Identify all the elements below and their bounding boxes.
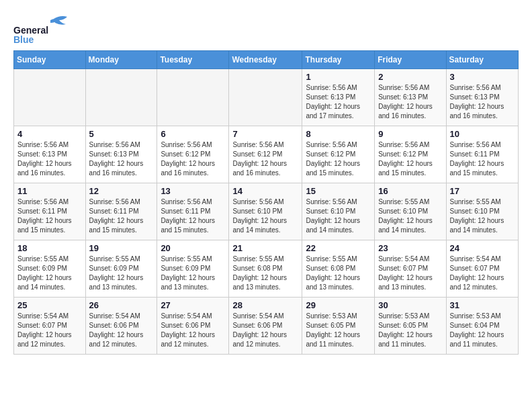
day-number: 23 xyxy=(378,243,442,253)
logo: General Blue xyxy=(13,13,74,44)
calendar-cell: 18Sunrise: 5:55 AM Sunset: 6:09 PM Dayli… xyxy=(14,240,86,298)
calendar-cell: 4Sunrise: 5:56 AM Sunset: 6:13 PM Daylig… xyxy=(14,126,86,183)
day-info: Sunrise: 5:56 AM Sunset: 6:12 PM Dayligh… xyxy=(378,140,442,178)
day-info: Sunrise: 5:54 AM Sunset: 6:06 PM Dayligh… xyxy=(89,312,154,349)
calendar-cell xyxy=(14,69,86,126)
day-number: 17 xyxy=(450,186,515,196)
day-number: 9 xyxy=(378,129,442,139)
day-info: Sunrise: 5:55 AM Sunset: 6:08 PM Dayligh… xyxy=(306,255,371,292)
calendar-cell: 8Sunrise: 5:56 AM Sunset: 6:12 PM Daylig… xyxy=(302,126,375,183)
day-info: Sunrise: 5:56 AM Sunset: 6:11 PM Dayligh… xyxy=(450,140,515,178)
calendar-cell: 6Sunrise: 5:56 AM Sunset: 6:12 PM Daylig… xyxy=(157,126,229,183)
calendar-cell: 5Sunrise: 5:56 AM Sunset: 6:13 PM Daylig… xyxy=(85,126,157,183)
day-info: Sunrise: 5:56 AM Sunset: 6:13 PM Dayligh… xyxy=(17,140,82,178)
calendar-cell: 16Sunrise: 5:55 AM Sunset: 6:10 PM Dayli… xyxy=(375,183,446,240)
day-info: Sunrise: 5:56 AM Sunset: 6:11 PM Dayligh… xyxy=(17,197,82,235)
day-number: 27 xyxy=(161,300,225,310)
day-info: Sunrise: 5:56 AM Sunset: 6:13 PM Dayligh… xyxy=(306,83,371,121)
calendar-cell: 11Sunrise: 5:56 AM Sunset: 6:11 PM Dayli… xyxy=(14,183,86,240)
day-number: 26 xyxy=(89,300,154,310)
day-number: 2 xyxy=(378,72,442,82)
day-info: Sunrise: 5:56 AM Sunset: 6:10 PM Dayligh… xyxy=(306,197,371,235)
day-number: 18 xyxy=(17,243,82,253)
calendar-cell: 13Sunrise: 5:56 AM Sunset: 6:11 PM Dayli… xyxy=(157,183,229,240)
calendar-cell: 29Sunrise: 5:53 AM Sunset: 6:05 PM Dayli… xyxy=(302,298,375,355)
calendar-cell: 15Sunrise: 5:56 AM Sunset: 6:10 PM Dayli… xyxy=(302,183,375,240)
day-info: Sunrise: 5:53 AM Sunset: 6:04 PM Dayligh… xyxy=(450,312,515,349)
day-number: 7 xyxy=(232,129,298,139)
day-info: Sunrise: 5:56 AM Sunset: 6:12 PM Dayligh… xyxy=(232,140,298,178)
day-info: Sunrise: 5:56 AM Sunset: 6:13 PM Dayligh… xyxy=(450,83,515,121)
day-number: 19 xyxy=(89,243,154,253)
calendar-cell: 7Sunrise: 5:56 AM Sunset: 6:12 PM Daylig… xyxy=(229,126,302,183)
calendar-cell: 17Sunrise: 5:55 AM Sunset: 6:10 PM Dayli… xyxy=(446,183,518,240)
calendar-cell: 19Sunrise: 5:55 AM Sunset: 6:09 PM Dayli… xyxy=(85,240,157,298)
day-number: 29 xyxy=(306,300,371,310)
calendar-cell: 24Sunrise: 5:54 AM Sunset: 6:07 PM Dayli… xyxy=(446,240,518,298)
weekday-header-friday: Friday xyxy=(375,51,446,69)
day-info: Sunrise: 5:56 AM Sunset: 6:10 PM Dayligh… xyxy=(232,197,298,235)
day-info: Sunrise: 5:55 AM Sunset: 6:10 PM Dayligh… xyxy=(450,197,515,235)
weekday-header-saturday: Saturday xyxy=(446,51,518,69)
day-number: 24 xyxy=(450,243,515,253)
day-number: 30 xyxy=(378,300,442,310)
day-number: 5 xyxy=(89,129,154,139)
calendar-cell: 30Sunrise: 5:53 AM Sunset: 6:05 PM Dayli… xyxy=(375,298,446,355)
day-number: 4 xyxy=(17,129,82,139)
weekday-header-wednesday: Wednesday xyxy=(229,51,302,69)
day-info: Sunrise: 5:55 AM Sunset: 6:09 PM Dayligh… xyxy=(17,255,82,292)
day-number: 11 xyxy=(17,186,82,196)
svg-text:Blue: Blue xyxy=(13,34,34,44)
day-info: Sunrise: 5:53 AM Sunset: 6:05 PM Dayligh… xyxy=(306,312,371,349)
day-number: 12 xyxy=(89,186,154,196)
calendar-cell: 3Sunrise: 5:56 AM Sunset: 6:13 PM Daylig… xyxy=(446,69,518,126)
day-number: 21 xyxy=(232,243,298,253)
day-number: 8 xyxy=(306,129,371,139)
day-number: 14 xyxy=(232,186,298,196)
day-info: Sunrise: 5:54 AM Sunset: 6:07 PM Dayligh… xyxy=(450,255,515,292)
calendar-cell: 27Sunrise: 5:54 AM Sunset: 6:06 PM Dayli… xyxy=(157,298,229,355)
calendar-cell: 28Sunrise: 5:54 AM Sunset: 6:06 PM Dayli… xyxy=(229,298,302,355)
day-number: 28 xyxy=(232,300,298,310)
calendar-cell xyxy=(85,69,157,126)
day-info: Sunrise: 5:55 AM Sunset: 6:09 PM Dayligh… xyxy=(89,255,154,292)
day-number: 20 xyxy=(161,243,225,253)
day-info: Sunrise: 5:54 AM Sunset: 6:06 PM Dayligh… xyxy=(232,312,298,349)
day-number: 13 xyxy=(161,186,225,196)
calendar-cell: 31Sunrise: 5:53 AM Sunset: 6:04 PM Dayli… xyxy=(446,298,518,355)
calendar-cell: 23Sunrise: 5:54 AM Sunset: 6:07 PM Dayli… xyxy=(375,240,446,298)
day-info: Sunrise: 5:55 AM Sunset: 6:10 PM Dayligh… xyxy=(378,197,442,235)
day-info: Sunrise: 5:54 AM Sunset: 6:07 PM Dayligh… xyxy=(17,312,82,349)
weekday-header-monday: Monday xyxy=(85,51,157,69)
day-info: Sunrise: 5:56 AM Sunset: 6:12 PM Dayligh… xyxy=(161,140,225,178)
day-number: 3 xyxy=(450,72,515,82)
calendar-cell: 2Sunrise: 5:56 AM Sunset: 6:13 PM Daylig… xyxy=(375,69,446,126)
calendar-cell: 25Sunrise: 5:54 AM Sunset: 6:07 PM Dayli… xyxy=(14,298,86,355)
weekday-header-tuesday: Tuesday xyxy=(157,51,229,69)
day-number: 1 xyxy=(306,72,371,82)
day-number: 6 xyxy=(161,129,225,139)
day-info: Sunrise: 5:56 AM Sunset: 6:11 PM Dayligh… xyxy=(161,197,225,235)
weekday-header-sunday: Sunday xyxy=(14,51,86,69)
calendar-cell: 20Sunrise: 5:55 AM Sunset: 6:09 PM Dayli… xyxy=(157,240,229,298)
calendar-cell: 9Sunrise: 5:56 AM Sunset: 6:12 PM Daylig… xyxy=(375,126,446,183)
day-info: Sunrise: 5:56 AM Sunset: 6:13 PM Dayligh… xyxy=(378,83,442,121)
calendar-cell: 22Sunrise: 5:55 AM Sunset: 6:08 PM Dayli… xyxy=(302,240,375,298)
day-info: Sunrise: 5:56 AM Sunset: 6:12 PM Dayligh… xyxy=(306,140,371,178)
day-info: Sunrise: 5:56 AM Sunset: 6:11 PM Dayligh… xyxy=(89,197,154,235)
day-info: Sunrise: 5:54 AM Sunset: 6:07 PM Dayligh… xyxy=(378,255,442,292)
calendar-cell: 14Sunrise: 5:56 AM Sunset: 6:10 PM Dayli… xyxy=(229,183,302,240)
calendar-cell: 1Sunrise: 5:56 AM Sunset: 6:13 PM Daylig… xyxy=(302,69,375,126)
day-number: 16 xyxy=(378,186,442,196)
calendar-cell xyxy=(157,69,229,126)
day-info: Sunrise: 5:55 AM Sunset: 6:08 PM Dayligh… xyxy=(232,255,298,292)
weekday-header-thursday: Thursday xyxy=(302,51,375,69)
day-number: 31 xyxy=(450,300,515,310)
day-number: 15 xyxy=(306,186,371,196)
calendar-cell: 10Sunrise: 5:56 AM Sunset: 6:11 PM Dayli… xyxy=(446,126,518,183)
day-number: 25 xyxy=(17,300,82,310)
day-info: Sunrise: 5:53 AM Sunset: 6:05 PM Dayligh… xyxy=(378,312,442,349)
day-number: 22 xyxy=(306,243,371,253)
calendar-cell xyxy=(229,69,302,126)
calendar-cell: 21Sunrise: 5:55 AM Sunset: 6:08 PM Dayli… xyxy=(229,240,302,298)
